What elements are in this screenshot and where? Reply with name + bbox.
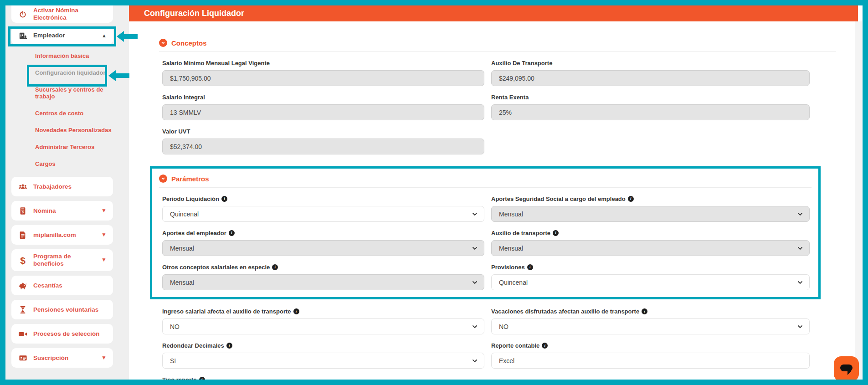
field-reporte-contable: Reporte contablei Excel xyxy=(491,341,810,369)
main-content: Configuración Liquidador Conceptos Salar… xyxy=(129,5,863,380)
section-parametros-header: Parámetros xyxy=(159,175,818,183)
sidebar-item-administrar-terceros[interactable]: Administrar Terceros xyxy=(11,139,113,155)
sidebar-item-procesos-seleccion[interactable]: Procesos de selección xyxy=(11,324,113,344)
info-icon[interactable]: i xyxy=(293,308,299,314)
chevron-down-icon[interactable]: ▼ xyxy=(101,232,107,238)
sidebar-item-label: Nómina xyxy=(33,207,56,215)
chevron-up-icon[interactable]: ▲ xyxy=(102,33,107,39)
section-collapse-icon[interactable] xyxy=(159,39,167,47)
info-icon[interactable]: i xyxy=(628,196,634,202)
sidebar-item-pensiones-voluntarias[interactable]: Pensiones voluntarias xyxy=(11,300,113,319)
otros-conceptos-select: Mensual xyxy=(162,274,484,290)
vacaciones-select[interactable]: NO xyxy=(491,318,810,334)
field-tipo-reporte: Tipo reportei Individual xyxy=(162,375,484,380)
sidebar-item-cargos[interactable]: Cargos xyxy=(11,155,113,172)
field-label: Redondear Decimalesi xyxy=(162,341,484,349)
chat-bubble-tail xyxy=(847,371,851,375)
chevron-down-icon xyxy=(471,210,478,219)
sidebar-item-sucursales[interactable]: Sucursales y centros de trabajo xyxy=(11,81,113,105)
field-salario-minimo: Salario Mínimo Mensual Legal Vigente $1,… xyxy=(162,59,484,86)
info-icon[interactable]: i xyxy=(221,196,227,202)
hourglass-icon xyxy=(18,306,28,314)
renta-exenta-input: 25% xyxy=(491,104,810,120)
field-label: Vacaciones disfrutadas afectan auxilio d… xyxy=(491,307,810,315)
chevron-down-icon[interactable]: ▼ xyxy=(101,208,107,214)
field-salario-integral: Salario Integral 13 SMMLV xyxy=(162,93,484,120)
chevron-down-icon xyxy=(471,357,478,366)
field-auxilio-transporte-periodo: Auxilio de transportei Mensual xyxy=(491,229,810,256)
field-periodo-liquidacion: Periodo Liquidacióni Quincenal xyxy=(162,195,484,222)
section-title: Parámetros xyxy=(171,175,209,183)
periodo-liquidacion-select[interactable]: Quincenal xyxy=(162,206,484,222)
field-label: Periodo Liquidacióni xyxy=(162,195,484,203)
field-redondear-decimales: Redondear Decimalesi SI xyxy=(162,341,484,369)
field-provisiones: Provisionesi Quincenal xyxy=(491,263,810,290)
info-icon[interactable]: i xyxy=(272,264,278,270)
sidebar-item-trabajadores[interactable]: Trabajadores xyxy=(11,177,113,196)
field-ingreso-salarial: Ingreso salarial afecta el auxilio de tr… xyxy=(162,307,484,334)
provisiones-select[interactable]: Quincenal xyxy=(491,274,810,290)
sidebar-item-novedades[interactable]: Novedades Personalizadas xyxy=(11,122,113,139)
field-label: Reporte contablei xyxy=(491,341,810,349)
page-title: Configuración Liquidador xyxy=(144,9,244,18)
sidebar-item-nomina[interactable]: $ Nómina ▼ xyxy=(11,201,113,221)
chevron-down-icon[interactable]: ▼ xyxy=(101,257,107,263)
field-label: Salario Integral xyxy=(162,93,484,101)
conceptos-fields: Salario Mínimo Mensual Legal Vigente $1,… xyxy=(162,52,863,154)
field-label: Auxilio de transportei xyxy=(491,229,810,237)
sidebar-item-centros-de-costo[interactable]: Centros de costo xyxy=(11,105,113,122)
sidebar-item-label: Procesos de selección xyxy=(33,330,100,338)
info-icon[interactable]: i xyxy=(527,264,533,270)
piggy-bank-icon xyxy=(18,281,28,290)
field-label: Aportes Seguridad Social a cargo del emp… xyxy=(491,195,810,203)
field-label: Renta Exenta xyxy=(491,93,810,101)
field-label: Tipo reportei xyxy=(162,375,484,380)
field-otros-conceptos: Otros conceptos salariales en especiei M… xyxy=(162,263,484,290)
chevron-down-icon xyxy=(471,245,478,253)
info-icon[interactable]: i xyxy=(642,308,647,314)
field-aportes-empleador: Aportes del empleadori Mensual xyxy=(162,229,484,256)
field-label: Aportes del empleadori xyxy=(162,229,484,237)
sidebar-item-cesantias[interactable]: Cesantías xyxy=(11,276,113,295)
section-title: Conceptos xyxy=(171,39,207,47)
ingreso-salarial-select[interactable]: NO xyxy=(162,318,484,334)
field-auxilio-de-transporte: Auxilio De Transporte $249,095.00 xyxy=(491,59,810,86)
info-icon[interactable]: i xyxy=(199,377,205,380)
sidebar-item-miplanilla[interactable]: miplanilla.com ▼ xyxy=(11,225,113,245)
aportes-empleador-select: Mensual xyxy=(162,240,484,256)
parametros-fields-extra: Ingreso salarial afecta el auxilio de tr… xyxy=(162,300,863,380)
sidebar-item-configuracion-liquidador[interactable]: Configuración liquidador xyxy=(11,64,113,81)
sidebar-item-programa-beneficios[interactable]: $ Programa debeneficios ▼ xyxy=(11,249,113,271)
chevron-down-icon xyxy=(796,279,804,287)
sidebar-item-activar-nomina[interactable]: Activar NóminaElectrónica xyxy=(11,5,113,23)
sidebar-item-empleador[interactable]: Empleador ▲ xyxy=(11,26,113,45)
chevron-down-icon[interactable]: ▼ xyxy=(101,355,107,361)
field-label: Valor UVT xyxy=(162,127,484,135)
redondear-decimales-select[interactable]: SI xyxy=(162,353,484,369)
page-header: Configuración Liquidador xyxy=(129,5,858,21)
info-icon[interactable]: i xyxy=(553,230,559,236)
chevron-down-icon xyxy=(471,279,478,287)
subscription-card-icon xyxy=(18,354,28,362)
empleador-submenu: Información básica Configuración liquida… xyxy=(11,47,129,172)
info-icon[interactable]: i xyxy=(226,343,232,349)
video-camera-icon xyxy=(18,329,28,339)
chat-widget-button[interactable] xyxy=(834,356,859,381)
employer-building-icon xyxy=(18,31,28,40)
info-icon[interactable]: i xyxy=(542,343,548,349)
aportes-ss-empleado-select: Mensual xyxy=(491,206,810,222)
scrollbar-track[interactable] xyxy=(855,21,862,380)
section-collapse-icon[interactable] xyxy=(159,175,167,183)
reporte-contable-input[interactable]: Excel xyxy=(491,353,810,369)
team-icon xyxy=(18,182,28,191)
sidebar-item-suscripcion[interactable]: Suscripción ▼ xyxy=(11,348,113,368)
payroll-invoice-icon: $ xyxy=(18,207,28,215)
field-label: Ingreso salarial afecta el auxilio de tr… xyxy=(162,307,484,315)
info-icon[interactable]: i xyxy=(229,230,235,236)
sidebar-item-informacion-basica[interactable]: Información básica xyxy=(11,47,113,64)
valor-uvt-input: $52,374.00 xyxy=(162,139,484,154)
field-renta-exenta: Renta Exenta 25% xyxy=(491,93,810,120)
field-vacaciones: Vacaciones disfrutadas afectan auxilio d… xyxy=(491,307,810,334)
sidebar: Activar NóminaElectrónica Empleador ▲ In… xyxy=(5,5,129,380)
sidebar-item-label: Cesantías xyxy=(33,282,62,289)
